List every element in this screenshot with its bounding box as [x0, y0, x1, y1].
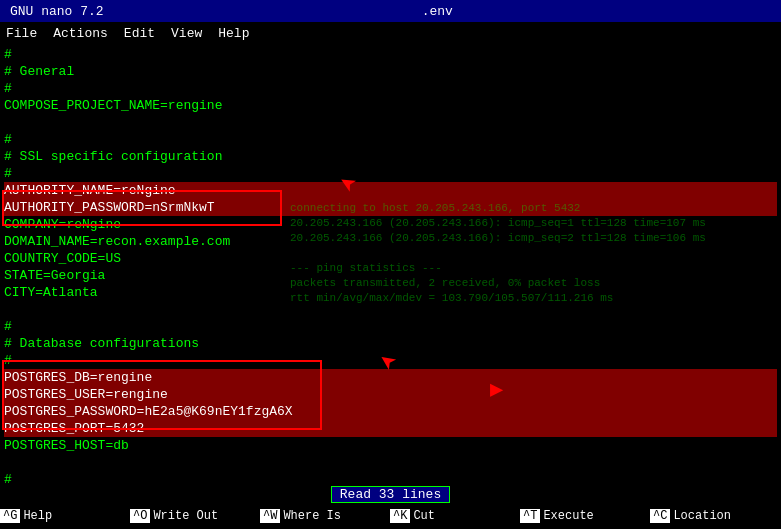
shortcut-label-location: Location: [673, 509, 731, 523]
editor-line: #: [4, 131, 777, 148]
menu-view[interactable]: View: [171, 26, 202, 41]
status-badge: Read 33 lines: [331, 486, 450, 503]
shortcut-write-out[interactable]: ^O Write Out: [130, 509, 260, 523]
editor-line-postgres-port: POSTGRES_PORT=5432: [4, 420, 777, 437]
editor-line-authority-password: AUTHORITY_PASSWORD=nSrmNkwT: [4, 199, 777, 216]
editor-line: # General: [4, 63, 777, 80]
editor-line: #: [4, 352, 777, 369]
shortcut-key-write: ^O: [130, 509, 150, 523]
editor-line: # Database configurations: [4, 335, 777, 352]
editor-area[interactable]: ➤ ➤ ▶ connecting to host 20.205.243.166,…: [0, 44, 781, 484]
shortcut-label-write: Write Out: [153, 509, 218, 523]
editor-line: COMPOSE_PROJECT_NAME=rengine: [4, 97, 777, 114]
editor-line: DOMAIN_NAME=recon.example.com: [4, 233, 777, 250]
shortcut-key-execute: ^T: [520, 509, 540, 523]
file-name: .env: [422, 4, 453, 19]
shortcut-cut[interactable]: ^K Cut: [390, 509, 520, 523]
menu-bar: File Actions Edit View Help: [0, 22, 781, 44]
nano-version: GNU nano 7.2: [10, 4, 104, 19]
shortcut-label-help: Help: [23, 509, 52, 523]
shortcut-bar-row1: ^G Help ^O Write Out ^W Where Is ^K Cut …: [0, 504, 781, 528]
menu-help[interactable]: Help: [218, 26, 249, 41]
menu-edit[interactable]: Edit: [124, 26, 155, 41]
shortcut-key-cut: ^K: [390, 509, 410, 523]
editor-line: [4, 454, 777, 471]
editor-line: [4, 114, 777, 131]
title-bar: GNU nano 7.2 .env: [0, 0, 781, 22]
editor-line-authority-name: AUTHORITY_NAME=reNgine: [4, 182, 777, 199]
editor-line: [4, 301, 777, 318]
editor-line: #: [4, 46, 777, 63]
shortcut-key-where: ^W: [260, 509, 280, 523]
editor-line-postgres-user: POSTGRES_USER=rengine: [4, 386, 777, 403]
shortcut-label-where: Where Is: [283, 509, 341, 523]
shortcut-help[interactable]: ^G Help: [0, 509, 130, 523]
editor-line-postgres-db: POSTGRES_DB=rengine: [4, 369, 777, 386]
shortcut-label-execute: Execute: [543, 509, 593, 523]
editor-line: COMPANY=reNgine: [4, 216, 777, 233]
menu-actions[interactable]: Actions: [53, 26, 108, 41]
editor-line: COUNTRY_CODE=US: [4, 250, 777, 267]
shortcut-execute[interactable]: ^T Execute: [520, 509, 650, 523]
editor-line: POSTGRES_HOST=db: [4, 437, 777, 454]
shortcut-location[interactable]: ^C Location: [650, 509, 780, 523]
editor-line-postgres-password: POSTGRES_PASSWORD=hE2a5@K69nEY1fzgA6X: [4, 403, 777, 420]
editor-line: #: [4, 471, 777, 484]
menu-file[interactable]: File: [6, 26, 37, 41]
editor-line: #: [4, 318, 777, 335]
editor-line: #: [4, 165, 777, 182]
shortcut-key-help: ^G: [0, 509, 20, 523]
editor-line: CITY=Atlanta: [4, 284, 777, 301]
shortcut-key-location: ^C: [650, 509, 670, 523]
status-bar: Read 33 lines: [0, 484, 781, 504]
editor-line: STATE=Georgia: [4, 267, 777, 284]
shortcut-label-cut: Cut: [413, 509, 435, 523]
editor-line: #: [4, 80, 777, 97]
editor-line: # SSL specific configuration: [4, 148, 777, 165]
shortcut-where-is[interactable]: ^W Where Is: [260, 509, 390, 523]
